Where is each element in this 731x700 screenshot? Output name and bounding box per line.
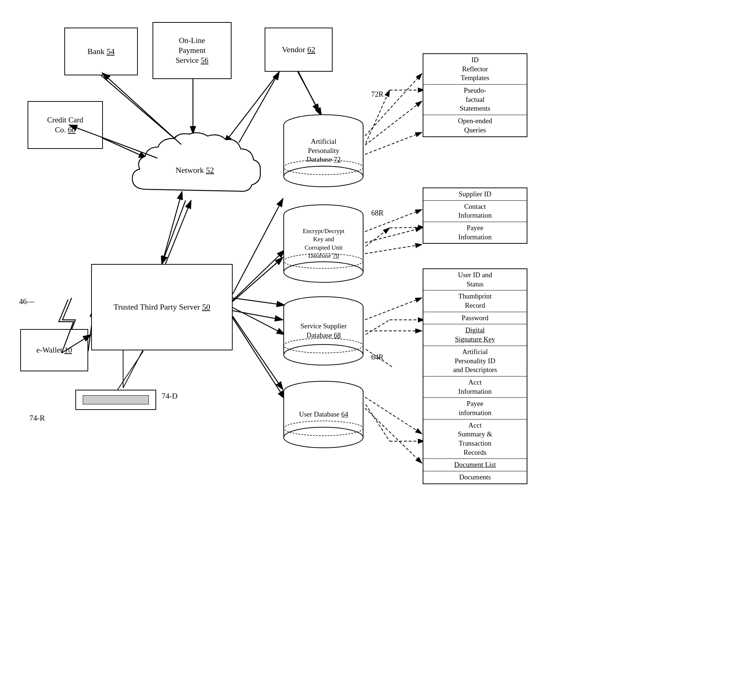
user-db-label: User Database 64 — [299, 410, 348, 419]
credit-card-label: Credit CardCo. 60 — [47, 115, 84, 135]
db70-record-payee: PayeeInformation — [423, 222, 527, 243]
svg-line-69 — [165, 200, 191, 264]
svg-line-8 — [232, 307, 285, 335]
label-74r: 74-R — [29, 413, 45, 423]
svg-line-9 — [232, 316, 285, 399]
online-payment-box: On-LinePaymentService 56 — [153, 22, 232, 79]
db68-record-acct-info: AcctInformation — [423, 376, 527, 398]
db68-record-artificial-personality: ArtificialPersonality IDand Descriptors — [423, 346, 527, 376]
label-74d: 74-D — [162, 391, 178, 401]
db68-record-documents: Documents — [423, 471, 527, 484]
svg-line-17 — [390, 227, 424, 228]
svg-line-12 — [123, 349, 143, 388]
label-72r: 72R — [371, 90, 383, 99]
svg-line-55 — [365, 228, 422, 243]
reader-74d-box — [75, 390, 156, 410]
svg-point-29 — [284, 166, 363, 187]
svg-line-50 — [298, 72, 319, 112]
svg-point-41 — [284, 344, 363, 365]
svg-line-18 — [366, 320, 390, 335]
svg-line-52 — [365, 101, 422, 145]
svg-line-10 — [232, 250, 285, 301]
ewallet-label: e-Wallet 10 — [37, 345, 72, 355]
bank-box: Bank 54 — [64, 28, 138, 75]
db72-record-id-reflector: IDReflectorTemplates — [423, 54, 527, 85]
svg-line-64 — [233, 199, 283, 294]
svg-point-35 — [284, 262, 363, 282]
artificial-personality-db-label: ArtificialPersonalityDatabase 72 — [307, 137, 341, 164]
network-label: Network 52 — [125, 165, 265, 175]
db72-record-open-ended: Open-endedQueries — [423, 115, 527, 136]
encrypt-decrypt-db: Encrypt/DecryptKey andCorrupted UnitData… — [282, 202, 365, 285]
artificial-personality-db: ArtificialPersonalityDatabase 72 — [282, 112, 365, 189]
vendor-box: Vendor 62 — [265, 28, 333, 72]
diagram-container: Bank 54 On-LinePaymentService 56 Vendor … — [0, 0, 731, 700]
service-supplier-db-label: Service SupplierDatabase 68 — [300, 322, 346, 340]
db72-records-box: IDReflectorTemplates Pseudo-factualState… — [423, 53, 527, 137]
svg-line-53 — [365, 132, 422, 154]
encrypt-decrypt-db-label: Encrypt/DecryptKey andCorrupted UnitData… — [303, 227, 344, 260]
svg-line-6 — [162, 199, 180, 265]
db68-record-payee-info: Payeeinformation — [423, 398, 527, 419]
bank-label: Bank 54 — [88, 46, 114, 57]
ewallet-box: e-Wallet 10 — [20, 329, 88, 371]
svg-line-23 — [298, 72, 321, 116]
db70-record-contact: ContactInformation — [423, 201, 527, 222]
db68-records-box: User ID andStatus ThumbprintRecord Passw… — [423, 268, 527, 484]
svg-line-51 — [365, 74, 422, 136]
db68-record-userid: User ID andStatus — [423, 269, 527, 290]
online-payment-label: On-LinePaymentService 56 — [176, 36, 208, 66]
db68-record-acct-summary: AcctSummary &TransactionRecords — [423, 419, 527, 459]
trusted-server-label: Trusted Third Party Server 50 — [113, 302, 210, 313]
db70-records-box: Supplier ID ContactInformation PayeeInfo… — [423, 187, 527, 244]
svg-point-47 — [284, 427, 363, 448]
reader-slot — [83, 395, 149, 404]
svg-line-67 — [233, 316, 283, 390]
vendor-label: Vendor 62 — [282, 44, 315, 55]
user-db: User Database 64 — [282, 379, 365, 450]
svg-line-16 — [366, 228, 390, 246]
db72-record-pseudo: Pseudo-factualStatements — [423, 85, 527, 115]
db70-record-supplier-id: Supplier ID — [423, 188, 527, 201]
svg-line-65 — [233, 257, 283, 301]
svg-line-66 — [233, 311, 283, 320]
service-supplier-db: Service SupplierDatabase 68 — [282, 294, 365, 368]
trusted-server-box: Trusted Third Party Server 50 — [91, 264, 233, 350]
label-68r: 68R — [371, 209, 383, 217]
db68-record-thumbprint: ThumbprintRecord — [423, 290, 527, 312]
db68-record-digital-sig: DigitalSignature Key — [423, 324, 527, 346]
svg-line-68 — [162, 200, 186, 264]
svg-line-7 — [232, 298, 285, 305]
svg-line-71 — [117, 351, 143, 390]
network-cloud: Network 52 — [125, 131, 265, 208]
label-46: 46— — [19, 297, 35, 306]
svg-line-56 — [365, 244, 422, 254]
db68-record-document-list: Document List — [423, 459, 527, 471]
label-64r: 64R — [371, 353, 383, 362]
svg-line-59 — [365, 408, 422, 463]
credit-card-box: Credit CardCo. 60 — [28, 101, 103, 149]
svg-line-60 — [365, 397, 422, 434]
svg-line-20 — [366, 404, 390, 441]
db68-record-password: Password — [423, 312, 527, 325]
svg-line-57 — [365, 298, 422, 320]
